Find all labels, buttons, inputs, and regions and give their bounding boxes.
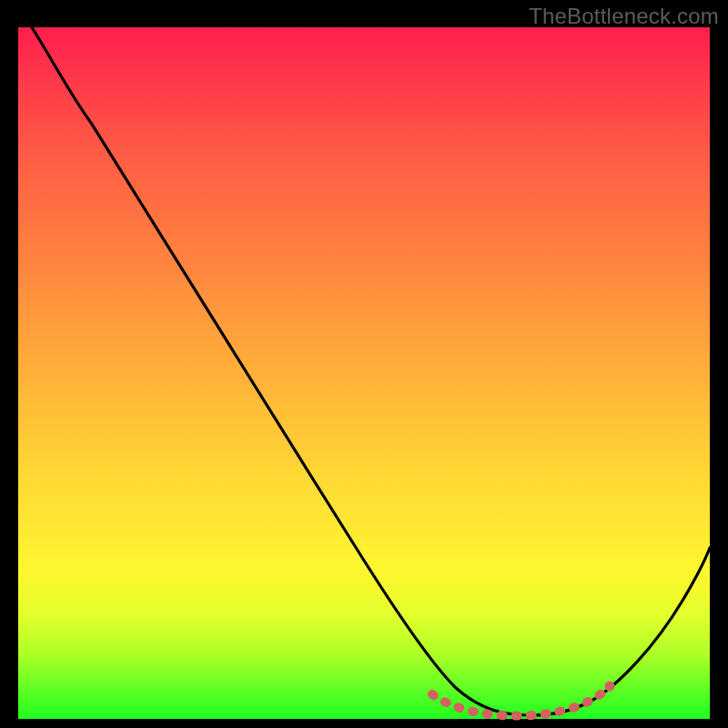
watermark-text: TheBottleneck.com (529, 4, 719, 29)
optimal-region-path (432, 691, 605, 716)
optimal-region-end-dot (605, 682, 615, 692)
gradient-plot-area (18, 27, 710, 719)
chart-frame: TheBottleneck.com (0, 0, 728, 728)
bottleneck-curve-svg (18, 27, 710, 719)
bottleneck-curve-path (32, 27, 710, 715)
